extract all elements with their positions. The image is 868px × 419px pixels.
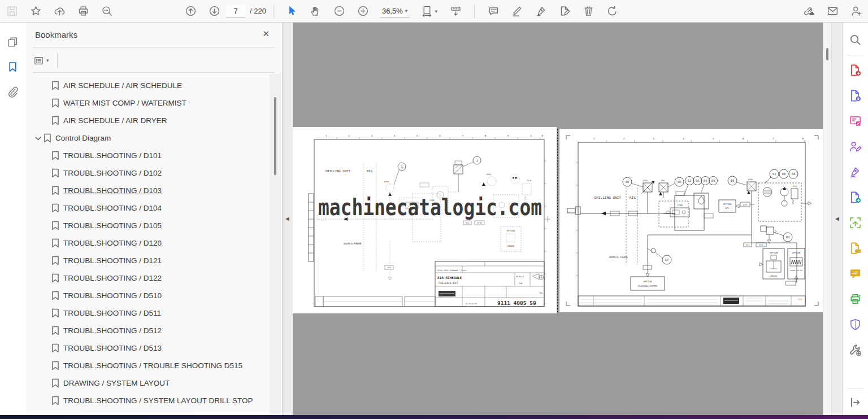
scan-icon — [849, 216, 862, 229]
fit-width-icon — [421, 5, 433, 17]
sign-button[interactable] — [529, 2, 553, 21]
bookmark-item[interactable]: TROUBL.SHOOTING / D512 — [25, 322, 270, 339]
svg-text:9111 4005 59: 9111 4005 59 — [497, 300, 536, 306]
previous-page-arrow[interactable]: ◄ — [284, 215, 290, 222]
bookmark-options-button[interactable]: ▾ — [33, 55, 49, 66]
bookmark-item[interactable]: TROUBL.SHOOTING / SYSTEM LAYOUT DRILL ST… — [25, 392, 270, 409]
svg-text:52: 52 — [688, 179, 692, 182]
share-link-button[interactable] — [797, 2, 821, 21]
svg-text:B188: B188 — [487, 173, 491, 176]
scroll-mode-button[interactable] — [444, 2, 467, 21]
export-share-button[interactable] — [843, 185, 868, 210]
print-button[interactable] — [71, 2, 95, 21]
bookmark-item[interactable]: TROUBL.SHOOTING / D120 — [25, 234, 270, 252]
chevron-down-icon[interactable] — [32, 134, 44, 143]
email-button[interactable] — [821, 2, 844, 21]
more-tools-button[interactable] — [843, 337, 868, 363]
bookmark-item[interactable]: AIR SCHEDULE / AIR DRYER — [25, 112, 270, 129]
document-canvas[interactable]: 1 2 3 4 5 6 7 8 9 10 DRILLING UNIT RIG B… — [293, 23, 823, 415]
comment-bubble-icon — [849, 267, 862, 280]
find-button[interactable] — [95, 2, 119, 21]
fit-width-button[interactable]: ▾ — [414, 2, 444, 21]
bookmark-item[interactable]: WATER MIST COMP / WATERMIST — [25, 94, 270, 112]
bookmark-icon — [51, 343, 59, 353]
rotate-icon — [606, 5, 618, 17]
bookmark-item[interactable]: TROUBL.SHOOTING / D513 — [25, 339, 270, 357]
options-list-icon — [33, 55, 44, 66]
create-pdf-button[interactable] — [843, 58, 868, 83]
svg-text:ATLAS COPCO STANDARD / Class: ATLAS COPCO STANDARD / Class — [437, 269, 466, 272]
svg-text:Y100: Y100 — [677, 204, 683, 207]
comments-panel-button[interactable] — [843, 261, 868, 286]
bookmarks-panel: Bookmarks ✕ ▾ AIR SCHEDULE / AIR SCHEDUL… — [25, 23, 283, 415]
cloud-upload-icon — [54, 5, 66, 17]
svg-text:AF10: AF10 — [477, 222, 481, 224]
rotate-button[interactable] — [600, 2, 624, 21]
request-signatures-button[interactable] — [843, 235, 868, 261]
bookmark-item[interactable]: DRAWING / SYSTEM LAYOUT — [25, 374, 270, 392]
page-number-input[interactable] — [226, 5, 245, 18]
bookmark-item[interactable]: TROUBL.SHOOTING / D104 — [25, 199, 270, 217]
star-button[interactable] — [24, 2, 47, 21]
bookmark-item[interactable]: TROUBL.SHOOTING / D121 — [25, 252, 270, 269]
pdf-page-right[interactable]: 1 2 3 4 5 6 7 8 DRILLING UNIT RIG BOOM/A… — [559, 129, 825, 312]
attachments-button[interactable] — [0, 79, 25, 104]
zoom-out-button[interactable] — [328, 2, 351, 21]
scrollbar-thumb[interactable] — [826, 48, 828, 60]
shield-icon — [849, 318, 862, 331]
fill-sign-button[interactable] — [843, 159, 868, 185]
previous-page-button[interactable] — [179, 2, 202, 21]
export-pdf-button[interactable] — [843, 83, 868, 108]
toolbar-divider — [474, 5, 475, 18]
bookmarks-panel-button[interactable] — [0, 54, 25, 79]
bookmark-item[interactable]: TROUBL.SHOOTING / D122 — [25, 269, 270, 287]
edit-pdf-button[interactable] — [843, 108, 868, 134]
search-tool-button[interactable] — [843, 27, 868, 53]
bookmark-item[interactable]: TROUBL.SHOOTING / D102 — [25, 164, 270, 182]
search-icon — [849, 33, 862, 46]
svg-text:FLUSHING SYSTEM: FLUSHING SYSTEM — [638, 285, 657, 287]
save-button[interactable] — [0, 2, 24, 21]
edit-pdf-icon — [849, 115, 862, 128]
bookmarks-scrollbar[interactable] — [270, 73, 281, 415]
next-page-arrow[interactable]: ◄ — [834, 215, 840, 222]
comment-tool-button[interactable] — [843, 134, 868, 159]
comment-button[interactable] — [481, 2, 505, 21]
delete-page-button[interactable] — [576, 2, 600, 21]
page-separator — [557, 129, 558, 312]
bookmark-item[interactable]: Control Diagram — [25, 129, 270, 147]
bookmark-item[interactable]: TROUBL.SHOOTING / D105 — [25, 217, 270, 234]
comment-people-icon — [849, 140, 862, 153]
select-tool-button[interactable] — [280, 2, 304, 21]
zoom-level-dropdown[interactable]: 36,5% ▾ — [380, 5, 410, 18]
collapse-tools-button[interactable] — [843, 391, 868, 413]
bookmark-item[interactable]: AIR SCHEDULE / AIR SCHEDULE — [25, 77, 270, 94]
bookmark-icon — [51, 81, 59, 90]
scan-ocr-button[interactable] — [843, 210, 868, 235]
share-upload-button[interactable] — [47, 2, 71, 21]
pdf-page-left[interactable]: 1 2 3 4 5 6 7 8 9 10 DRILLING UNIT RIG B… — [293, 127, 557, 313]
bookmark-item[interactable]: TROUBL.SHOOTING / D510 — [25, 287, 270, 304]
highlight-button[interactable] — [505, 2, 529, 21]
bookmark-item[interactable]: TROUBL.SHOOTING / D103 — [25, 182, 270, 199]
bookmark-item[interactable]: TROUBL.SHOOTING / TROUBLE SHOOTING D515 — [25, 357, 270, 374]
bookmark-item[interactable]: TROUBL.SHOOTING / D511 — [25, 304, 270, 322]
close-icon[interactable]: ✕ — [262, 29, 270, 39]
panel-divider — [33, 47, 275, 48]
scrollbar-thumb[interactable] — [274, 97, 276, 175]
svg-text:55: 55 — [731, 179, 735, 182]
svg-text:B98: B98 — [661, 180, 665, 182]
bookmark-item[interactable]: TROUBL.SHOOTING / D101 — [25, 147, 270, 164]
share-people-button[interactable] — [844, 2, 868, 21]
protect-button[interactable] — [843, 312, 868, 337]
page-up-icon — [185, 5, 197, 17]
print-production-button[interactable] — [843, 286, 868, 312]
next-page-button[interactable] — [202, 2, 226, 21]
hand-tool-button[interactable] — [304, 2, 328, 21]
pages-icon — [7, 36, 19, 48]
edit-page-button[interactable] — [553, 2, 576, 21]
bookmark-icon — [51, 168, 59, 178]
document-scrollbar[interactable] — [823, 23, 831, 415]
zoom-in-button[interactable] — [351, 2, 375, 21]
page-thumbnails-button[interactable] — [0, 29, 25, 54]
